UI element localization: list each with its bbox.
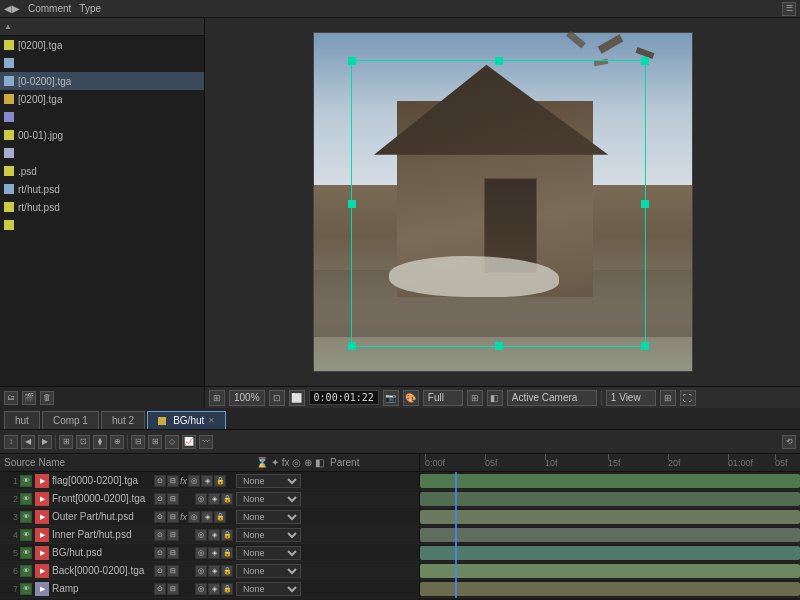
grid-btn[interactable]: ⊞ [467,390,483,406]
quality-dropdown[interactable]: Full [423,390,463,406]
layer-shy-btn[interactable]: ⊙ [154,529,166,541]
timeline-add-btn[interactable]: ⊕ [110,435,124,449]
panel-arrow-up[interactable]: ▲ [4,22,12,31]
layer-blend-btn[interactable]: ◈ [208,547,220,559]
layer-lock-btn[interactable]: 🔒 [221,529,233,541]
timeline-switch-btn[interactable]: ⊞ [148,435,162,449]
layer-collapse-btn[interactable]: ⊟ [167,511,179,523]
layer-parent-select[interactable]: None [236,528,301,542]
new-comp-btn[interactable]: 🎬 [22,391,36,405]
zoom-fit-btn[interactable]: ⊡ [269,390,285,406]
timeline-solo-btn[interactable]: ⊞ [59,435,73,449]
layer-visibility-btn[interactable]: 👁 [20,547,32,559]
file-item[interactable] [0,144,204,162]
layer-motion-blur-btn[interactable]: ◎ [195,547,207,559]
file-item[interactable]: rt/hut.psd [0,198,204,216]
zoom-dropdown[interactable]: 100% [229,390,265,406]
layer-row[interactable]: 5 👁 ▶ BG/hut.psd ⊙ ⊟ ◎ ◈ 🔒 None [0,544,419,562]
layer-collapse-btn[interactable]: ⊟ [167,493,179,505]
new-folder-btn[interactable]: 🗂 [4,391,18,405]
layer-visibility-btn[interactable]: 👁 [20,529,32,541]
timeline-expand-btn[interactable]: ↕ [4,435,18,449]
active-camera-dropdown[interactable]: Active Camera [507,390,597,406]
panel-menu-btn[interactable]: ☰ [782,2,796,16]
layer-lock-btn[interactable]: 🔒 [221,565,233,577]
timeline-keyframes-btn[interactable]: ◇ [165,435,179,449]
layer-visibility-btn[interactable]: 👁 [20,475,32,487]
layer-parent-select[interactable]: None [236,582,301,596]
reset-view-btn[interactable]: ⊞ [209,390,225,406]
layer-motion-blur-btn[interactable]: ◎ [195,583,207,595]
layer-lock-btn[interactable]: 🔒 [214,475,226,487]
layer-collapse-btn[interactable]: ⊟ [167,475,179,487]
timeline-prev-btn[interactable]: ◀ [21,435,35,449]
file-item[interactable]: [0-0200].tga [0,72,204,90]
layer-parent-select[interactable]: None [236,564,301,578]
layer-row[interactable]: 6 👁 ▶ Back[0000-0200].tga ⊙ ⊟ ◎ ◈ 🔒 None [0,562,419,580]
layer-lock-btn[interactable]: 🔒 [214,511,226,523]
layer-blend-btn[interactable]: ◈ [201,511,213,523]
layer-visibility-btn[interactable]: 👁 [20,583,32,595]
tab-hut[interactable]: hut [4,411,40,429]
timeline-next-btn[interactable]: ▶ [38,435,52,449]
layer-collapse-btn[interactable]: ⊟ [167,565,179,577]
layer-visibility-btn[interactable]: 👁 [20,493,32,505]
camera-btn[interactable]: 📷 [383,390,399,406]
tab-hut2[interactable]: hut 2 [101,411,145,429]
layer-motion-blur-btn[interactable]: ◎ [188,511,200,523]
file-item[interactable]: [0200].tga [0,90,204,108]
layer-blend-btn[interactable]: ◈ [208,529,220,541]
layer-collapse-btn[interactable]: ⊟ [167,547,179,559]
timeline-graph-btn[interactable]: 📈 [182,435,196,449]
layer-lock-btn[interactable]: 🔒 [221,493,233,505]
tab-close-btn[interactable]: ✕ [208,416,215,425]
transparency-btn[interactable]: ◧ [487,390,503,406]
layer-motion-blur-btn[interactable]: ◎ [195,493,207,505]
timeline-lock-btn[interactable]: ⊡ [76,435,90,449]
layer-shy-btn[interactable]: ⊙ [154,493,166,505]
layer-shy-btn[interactable]: ⊙ [154,511,166,523]
layer-parent-select[interactable]: None [236,492,301,506]
layer-lock-btn[interactable]: 🔒 [221,583,233,595]
layer-collapse-btn[interactable]: ⊟ [167,529,179,541]
layer-motion-blur-btn[interactable]: ◎ [188,475,200,487]
layer-row[interactable]: 1 👁 ▶ flag[0000-0200].tga ⊙ ⊟ fx ◎ ◈ 🔒 N… [0,472,419,490]
layer-blend-btn[interactable]: ◈ [208,493,220,505]
layer-parent-select[interactable]: None [236,546,301,560]
fullscreen-btn[interactable]: ⛶ [680,390,696,406]
layer-blend-btn[interactable]: ◈ [208,583,220,595]
file-item[interactable]: rt/hut.psd [0,180,204,198]
layer-blend-btn[interactable]: ◈ [201,475,213,487]
file-item[interactable]: [0200].tga [0,36,204,54]
tab-comp1[interactable]: Comp 1 [42,411,99,429]
view-mode-dropdown[interactable]: 1 View [606,390,656,406]
view-options-btn[interactable]: ⊞ [660,390,676,406]
layer-shy-btn[interactable]: ⊙ [154,475,166,487]
layer-motion-blur-btn[interactable]: ◎ [195,529,207,541]
layer-parent-select[interactable]: None [236,510,301,524]
layer-parent-select[interactable]: None [236,474,301,488]
layer-shy-btn[interactable]: ⊙ [154,565,166,577]
file-item[interactable]: .psd [0,162,204,180]
layer-shy-btn[interactable]: ⊙ [154,583,166,595]
tab-bghut[interactable]: BG/hut ✕ [147,411,226,429]
layer-motion-blur-btn[interactable]: ◎ [195,565,207,577]
layer-row[interactable]: 4 👁 ▶ Inner Part/hut.psd ⊙ ⊟ ◎ ◈ 🔒 None [0,526,419,544]
region-interest-btn[interactable]: ⬜ [289,390,305,406]
layer-row[interactable]: 7 👁 ▶ Ramp ⊙ ⊟ ◎ ◈ 🔒 None [0,580,419,598]
file-item[interactable] [0,54,204,72]
timeline-range-btn[interactable]: ⟲ [782,435,796,449]
timeline-collapse-btn[interactable]: ⊟ [131,435,145,449]
file-item[interactable] [0,108,204,126]
color-space-btn[interactable]: 🎨 [403,390,419,406]
layer-blend-btn[interactable]: ◈ [208,565,220,577]
timeline-markers-btn[interactable]: ⧫ [93,435,107,449]
layer-visibility-btn[interactable]: 👁 [20,565,32,577]
layer-lock-btn[interactable]: 🔒 [221,547,233,559]
layer-row[interactable]: 2 👁 ▶ Front[0000-0200].tga ⊙ ⊟ ◎ ◈ 🔒 Non… [0,490,419,508]
layer-shy-btn[interactable]: ⊙ [154,547,166,559]
file-item[interactable] [0,216,204,234]
layer-row[interactable]: 3 👁 ▶ Outer Part/hut.psd ⊙ ⊟ fx ◎ ◈ 🔒 No… [0,508,419,526]
delete-btn[interactable]: 🗑 [40,391,54,405]
layer-visibility-btn[interactable]: 👁 [20,511,32,523]
